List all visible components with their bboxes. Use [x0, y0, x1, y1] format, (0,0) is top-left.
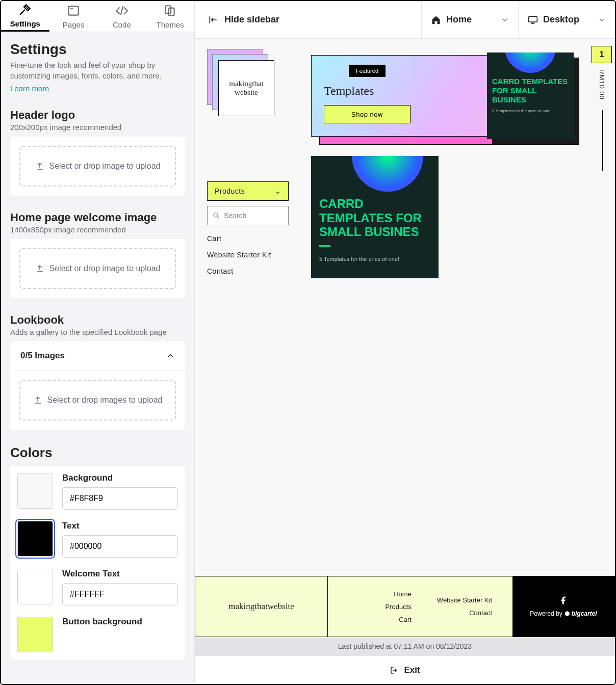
hero-image: CARRD TEMPLATES FOR SMALL BUSINES 5 Temp…	[487, 52, 574, 139]
welcome-image-title: Home page welcome image	[10, 211, 185, 224]
footer-link-starter-kit[interactable]: Website Starter Kit	[437, 596, 492, 604]
publish-status: Last published at 07:11 AM on 08/12/2023	[195, 637, 615, 655]
code-icon	[115, 4, 129, 17]
hide-sidebar-label: Hide sidebar	[224, 14, 279, 25]
themes-icon	[164, 4, 177, 17]
color-item-welcome-text: Welcome Text	[17, 569, 178, 605]
products-label: Products	[215, 187, 245, 195]
footer-preview: makingthatwebsite Home Products Cart Web…	[195, 576, 615, 637]
preview-canvas: makingthat website Products ⌄ Search Car…	[195, 39, 615, 637]
header-logo-title: Header logo	[10, 109, 185, 122]
exit-button[interactable]: Exit	[195, 655, 615, 684]
upload-icon	[35, 264, 44, 273]
color-input-welcome-text[interactable]	[62, 583, 178, 605]
svg-rect-0	[68, 6, 79, 15]
learn-more-link[interactable]: Learn more	[10, 84, 49, 93]
tab-themes-label: Themes	[157, 20, 184, 29]
swatch-welcome-text[interactable]	[17, 569, 53, 604]
editor-tabs: Settings Pages Code Themes	[1, 1, 194, 32]
settings-description: Fine-tune the look and feel of your shop…	[10, 60, 185, 81]
hero-image-title: CARRD TEMPLATES FOR SMALL BUSINES	[492, 77, 569, 104]
powered-by-label: Powered by	[530, 610, 562, 617]
settings-title: Settings	[10, 41, 185, 58]
header-logo-upload[interactable]: Select or drop image to upload	[19, 146, 176, 187]
upload-label: Select or drop image to upload	[49, 264, 161, 273]
exit-label: Exit	[404, 665, 420, 675]
color-input-background[interactable]	[62, 487, 178, 510]
lookbook-title: Lookbook	[10, 313, 185, 327]
products-dropdown[interactable]: Products ⌄	[207, 181, 289, 201]
brand-label: bigcartel	[572, 610, 597, 617]
tab-pages-label: Pages	[63, 20, 85, 29]
tab-code-label: Code	[113, 20, 131, 29]
upload-label: Select or drop images to upload	[47, 396, 163, 405]
settings-icon	[18, 3, 32, 16]
featured-badge: Featured	[349, 65, 386, 77]
product-tile-title: CARRD TEMPLATES FOR SMALL BUSINES	[319, 197, 430, 239]
svg-point-2	[72, 8, 72, 9]
tab-pages[interactable]: Pages	[49, 1, 98, 32]
search-input[interactable]: Search	[207, 206, 289, 225]
tab-code[interactable]: Code	[98, 1, 146, 32]
search-icon	[213, 212, 220, 219]
chevron-up-icon	[166, 351, 175, 360]
device-selector[interactable]: Desktop	[518, 1, 615, 38]
price-divider	[602, 110, 603, 171]
svg-rect-4	[168, 8, 174, 15]
color-label: Background	[62, 473, 178, 483]
facebook-icon[interactable]	[559, 596, 568, 605]
product-tile-sub: 5 Templates for the price of one!	[319, 256, 430, 262]
footer-link-home[interactable]: Home	[394, 590, 412, 598]
chevron-down-icon: ⌄	[275, 187, 281, 195]
welcome-image-upload[interactable]: Select or drop image to upload	[19, 248, 176, 289]
lookbook-accordion-toggle[interactable]: 0/5 Images	[10, 341, 185, 371]
cart-badge[interactable]: 1	[592, 46, 612, 63]
color-item-text: Text	[17, 521, 178, 558]
device-selector-label: Desktop	[543, 14, 579, 25]
settings-panel: Settings Pages Code Themes Settings Fine…	[1, 1, 195, 684]
swatch-text[interactable]	[17, 521, 53, 557]
color-label: Button background	[62, 617, 178, 627]
color-item-background: Background	[17, 473, 178, 510]
exit-icon	[390, 666, 399, 675]
color-label: Welcome Text	[62, 569, 178, 579]
search-placeholder: Search	[224, 212, 246, 220]
tab-themes[interactable]: Themes	[146, 1, 194, 32]
hide-sidebar-button[interactable]: Hide sidebar	[195, 14, 421, 25]
product-tile[interactable]: CARRD TEMPLATES FOR SMALL BUSINES 5 Temp…	[311, 156, 439, 278]
footer-link-cart[interactable]: Cart	[399, 616, 412, 623]
logo-preview: makingthat website	[207, 49, 278, 120]
footer-link-contact[interactable]: Contact	[469, 609, 492, 617]
page-selector-label: Home	[446, 14, 472, 25]
pages-icon	[67, 4, 80, 17]
footer-logo: makingthatwebsite	[195, 576, 328, 637]
lookbook-count: 0/5 Images	[20, 351, 65, 361]
desktop-icon	[528, 15, 538, 25]
upload-label: Select or drop image to upload	[49, 162, 161, 171]
lookbook-upload[interactable]: Select or drop images to upload	[19, 380, 176, 420]
hero-banner: Featured Templates Shop now CARRD TEMPLA…	[311, 55, 571, 137]
color-item-button-bg: Button background	[17, 617, 178, 652]
hero-image-sub: 5 Templates for the price of one!	[492, 109, 569, 114]
tab-settings-label: Settings	[10, 19, 40, 28]
header-logo-hint: 200x200px image recommended	[10, 123, 185, 131]
colors-title: Colors	[10, 445, 185, 461]
color-input-text[interactable]	[62, 535, 178, 558]
hero-title: Templates	[324, 84, 410, 98]
preview-topbar: Hide sidebar Home Desktop	[195, 1, 615, 39]
upload-icon	[33, 396, 42, 405]
footer-link-products[interactable]: Products	[386, 603, 412, 611]
chevron-down-icon	[501, 16, 509, 24]
shop-now-button[interactable]: Shop now	[324, 105, 410, 123]
price-label: RM10.00	[598, 69, 606, 100]
welcome-image-hint: 1400x850px image recommended	[10, 225, 185, 234]
svg-point-1	[70, 8, 71, 9]
swatch-background[interactable]	[17, 473, 53, 509]
lookbook-hint: Adds a gallery to the specified Lookbook…	[10, 328, 185, 336]
logo-text: makingthat website	[218, 60, 274, 116]
page-selector[interactable]: Home	[421, 1, 518, 38]
swatch-button-bg[interactable]	[17, 617, 53, 652]
color-label: Text	[62, 521, 178, 531]
chevron-down-icon	[598, 16, 606, 24]
tab-settings[interactable]: Settings	[1, 1, 49, 32]
